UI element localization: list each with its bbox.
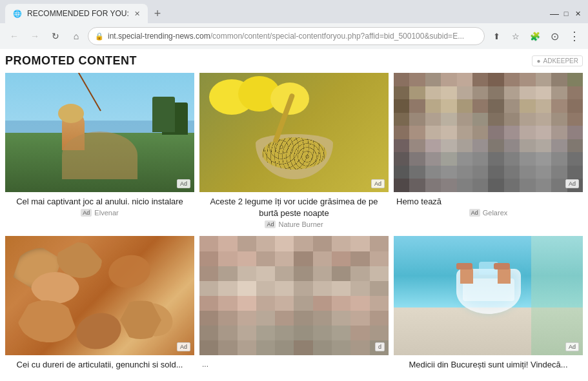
browser-window: 🌐 RECOMMENDED FOR YOU: ✕ + — □ ✕ ← → ↻ ⌂… bbox=[0, 0, 588, 49]
tab-label: RECOMMENDED FOR YOU: bbox=[27, 9, 129, 18]
content-card-5[interactable]: d ... bbox=[199, 236, 389, 372]
minimize-button[interactable]: — bbox=[549, 8, 560, 19]
card-6-image-container: Ad bbox=[394, 236, 583, 355]
card-4-image bbox=[5, 236, 194, 355]
card-5-image bbox=[199, 236, 389, 355]
lock-icon: 🔒 bbox=[95, 32, 104, 41]
page-title: PROMOTED CONTENT bbox=[5, 54, 137, 68]
page-header: PROMOTED CONTENT ● ADKEEPER bbox=[5, 54, 583, 68]
url-domain: int.special-trending-news.com bbox=[108, 32, 210, 41]
card-2-image bbox=[199, 73, 389, 192]
card-3-source: Ad Gelarex bbox=[394, 209, 583, 219]
card-5-image-container: d bbox=[199, 236, 389, 355]
card-3-image-container: Ad bbox=[394, 73, 583, 192]
content-card-2[interactable]: Ad Aceste 2 legume îți vor ucide grăsime… bbox=[199, 73, 389, 231]
content-card-4[interactable]: Ad Cei cu dureri de articulatii, genunch… bbox=[5, 236, 194, 372]
card-3-ad-badge: Ad bbox=[565, 179, 579, 188]
adkeeper-badge: ● ADKEEPER bbox=[532, 55, 583, 66]
address-bar[interactable]: 🔒 int.special-trending-news.com/common/c… bbox=[88, 27, 485, 45]
content-card-1[interactable]: Ad Cel mai captivant joc al anului. nici… bbox=[5, 73, 194, 231]
card-2-source: Ad Nature Burner bbox=[199, 220, 389, 231]
card-3-title: Hemo tează bbox=[394, 192, 583, 209]
share-button[interactable]: ⬆ bbox=[487, 27, 505, 45]
maximize-button[interactable]: □ bbox=[561, 8, 571, 19]
card-1-source: Ad Elvenar bbox=[5, 209, 194, 219]
card-1-image bbox=[5, 73, 194, 192]
card-1-ad-badge: Ad bbox=[177, 179, 190, 188]
card-2-title: Aceste 2 legume îți vor ucide grăsimea d… bbox=[199, 192, 389, 220]
extensions-button[interactable]: 🧩 bbox=[526, 27, 544, 45]
card-2-source-ad: Ad bbox=[265, 220, 276, 228]
card-4-title: Cei cu dureri de articulatii, genunchi s… bbox=[5, 355, 194, 372]
close-button[interactable]: ✕ bbox=[573, 8, 583, 19]
browser-toolbar: ← → ↻ ⌂ 🔒 int.special-trending-news.com/… bbox=[0, 23, 588, 49]
card-3-source-name: Gelarex bbox=[483, 209, 508, 217]
tab-bar: 🌐 RECOMMENDED FOR YOU: ✕ + — □ ✕ bbox=[0, 0, 588, 23]
profile-button[interactable]: ⊙ bbox=[545, 27, 563, 45]
card-4-ad-badge: Ad bbox=[177, 342, 190, 351]
menu-button[interactable]: ⋮ bbox=[565, 27, 583, 45]
card-1-source-ad: Ad bbox=[81, 209, 92, 217]
card-3-source-ad: Ad bbox=[469, 209, 480, 217]
forward-button[interactable]: → bbox=[26, 27, 44, 45]
card-3-image bbox=[394, 73, 583, 192]
card-1-source-name: Elvenar bbox=[94, 209, 118, 217]
card-4-image-container: Ad bbox=[5, 236, 194, 355]
content-card-3[interactable]: Ad Hemo tează Ad Gelarex bbox=[394, 73, 583, 231]
back-button[interactable]: ← bbox=[5, 27, 23, 45]
content-card-6[interactable]: Ad Medicii din București sunt uimiți! Vi… bbox=[394, 236, 583, 372]
new-tab-button[interactable]: + bbox=[150, 7, 165, 21]
adkeeper-label: ADKEEPER bbox=[543, 57, 578, 64]
tab-favicon: 🌐 bbox=[13, 10, 22, 18]
card-1-image-container: Ad bbox=[5, 73, 194, 192]
card-6-ad-badge: Ad bbox=[565, 342, 579, 351]
window-controls: — □ ✕ bbox=[549, 8, 583, 19]
card-2-image-container: Ad bbox=[199, 73, 389, 192]
card-1-title: Cel mai captivant joc al anului. nicio i… bbox=[5, 192, 194, 209]
card-5-ad-badge: d bbox=[375, 342, 385, 351]
card-2-source-name: Nature Burner bbox=[278, 220, 323, 228]
adkeeper-icon: ● bbox=[536, 57, 540, 64]
bookmark-button[interactable]: ☆ bbox=[507, 27, 525, 45]
card-5-title: ... bbox=[199, 355, 389, 371]
content-grid: Ad Cel mai captivant joc al anului. nici… bbox=[5, 73, 583, 373]
tab-close-button[interactable]: ✕ bbox=[134, 10, 140, 18]
card-2-ad-badge: Ad bbox=[371, 179, 385, 188]
card-6-title: Medicii din București sunt uimiți! Vinde… bbox=[394, 355, 583, 372]
url-path: /common/content/special-contentforyou.ph… bbox=[210, 32, 464, 41]
page-content: PROMOTED CONTENT ● ADKEEPER bbox=[0, 49, 588, 378]
url-display: int.special-trending-news.com/common/con… bbox=[108, 32, 478, 41]
home-button[interactable]: ⌂ bbox=[67, 27, 85, 45]
refresh-button[interactable]: ↻ bbox=[46, 27, 65, 45]
toolbar-actions: ⬆ ☆ 🧩 ⊙ ⋮ bbox=[487, 27, 583, 45]
card-6-image bbox=[394, 236, 583, 355]
active-tab[interactable]: 🌐 RECOMMENDED FOR YOU: ✕ bbox=[5, 4, 148, 23]
